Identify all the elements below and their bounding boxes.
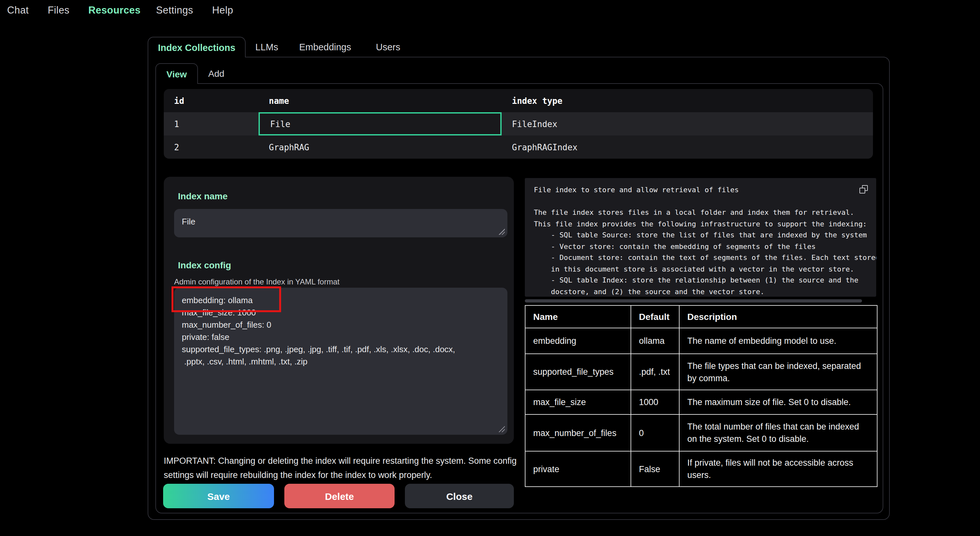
param-name: supported_file_types [525, 354, 631, 390]
params-col-default: Default [631, 305, 679, 328]
params-row: max_file_size 1000 The maximum size of f… [525, 390, 877, 415]
tab-llms[interactable]: LLMs [255, 42, 278, 52]
param-default: 0 [631, 415, 679, 451]
params-row: embedding ollama The name of embedding m… [525, 328, 877, 354]
params-table: Name Default Description embedding ollam… [525, 305, 878, 487]
param-default: .pdf, .txt [631, 354, 679, 390]
cell-index-type[interactable]: FileIndex [502, 112, 873, 136]
params-row: supported_file_types .pdf, .txt The file… [525, 354, 877, 390]
config-hint-text: Admin configuration of the Index in YAML… [174, 278, 339, 286]
tab-embeddings[interactable]: Embeddings [299, 42, 351, 52]
col-header-id: id [164, 89, 259, 112]
params-row: private False If private, files will not… [525, 451, 877, 487]
horizontal-scrollbar[interactable] [525, 299, 862, 303]
table-row[interactable]: 2 GraphRAG GraphRAGIndex [164, 136, 873, 159]
top-nav: Chat Files Resources Settings Help [0, 0, 980, 21]
param-desc: If private, files will not be accessible… [679, 451, 877, 487]
nav-item-files[interactable]: Files [48, 5, 69, 16]
nav-item-settings[interactable]: Settings [156, 5, 193, 16]
nav-item-resources[interactable]: Resources [88, 5, 140, 16]
index-description-text: File index to store and allow retrieval … [525, 178, 876, 297]
collections-table: id name index type 1 File FileIndex 2 Gr… [164, 89, 873, 159]
collections-table-header: id name index type [164, 89, 873, 112]
params-col-name: Name [525, 305, 631, 328]
warning-text: IMPORTANT: Changing or deleting the inde… [164, 454, 517, 482]
copy-icon[interactable] [859, 185, 868, 193]
tab-index-collections-label: Index Collections [158, 42, 235, 53]
subtab-view-label: View [166, 69, 187, 79]
param-name: max_number_of_files [525, 415, 631, 451]
save-button[interactable]: Save [163, 484, 274, 508]
param-default: 1000 [631, 390, 679, 415]
index-config-label: Index config [178, 260, 231, 270]
index-name-label: Index name [178, 191, 228, 201]
tab-index-collections[interactable]: Index Collections [148, 37, 246, 57]
tab-users[interactable]: Users [376, 42, 400, 52]
index-description-panel: File index to store and allow retrieval … [525, 178, 876, 297]
delete-button[interactable]: Delete [284, 484, 395, 508]
param-default: ollama [631, 328, 679, 354]
param-name: embedding [525, 328, 631, 354]
table-row[interactable]: 1 File FileIndex [164, 112, 873, 136]
param-name: private [525, 451, 631, 487]
index-name-input[interactable]: File [174, 209, 508, 238]
col-header-index-type: index type [502, 89, 873, 112]
nav-item-help[interactable]: Help [212, 5, 233, 16]
param-desc: The file types that can be indexed, sepa… [679, 354, 877, 390]
col-header-name: name [259, 89, 502, 112]
subtab-view[interactable]: View [155, 63, 198, 84]
annotation-red-box [172, 286, 281, 312]
cell-id[interactable]: 1 [164, 112, 259, 136]
param-desc: The name of embedding model to use. [679, 328, 877, 354]
cell-index-type[interactable]: GraphRAGIndex [502, 136, 873, 159]
cell-id[interactable]: 2 [164, 136, 259, 159]
params-header-row: Name Default Description [525, 305, 877, 328]
index-name-field-wrap: File [174, 209, 508, 238]
app-root: Chat Files Resources Settings Help Index… [0, 0, 980, 536]
index-collections-panel: View Add id name index type 1 File FileI… [148, 57, 890, 520]
param-name: max_file_size [525, 390, 631, 415]
params-row: max_number_of_files 0 The total number o… [525, 415, 877, 451]
param-default: False [631, 451, 679, 487]
view-panel: id name index type 1 File FileIndex 2 Gr… [155, 83, 883, 514]
cell-name-selected[interactable]: File [259, 112, 502, 136]
subtab-add[interactable]: Add [208, 69, 224, 79]
copy-icon-front [859, 188, 865, 193]
params-col-description: Description [679, 305, 877, 328]
param-desc: The total number of files that can be in… [679, 415, 877, 451]
close-button[interactable]: Close [405, 484, 514, 508]
param-desc: The maximum size of file. Set 0 to disab… [679, 390, 877, 415]
cell-name[interactable]: GraphRAG [259, 136, 502, 159]
nav-item-chat[interactable]: Chat [7, 5, 29, 16]
